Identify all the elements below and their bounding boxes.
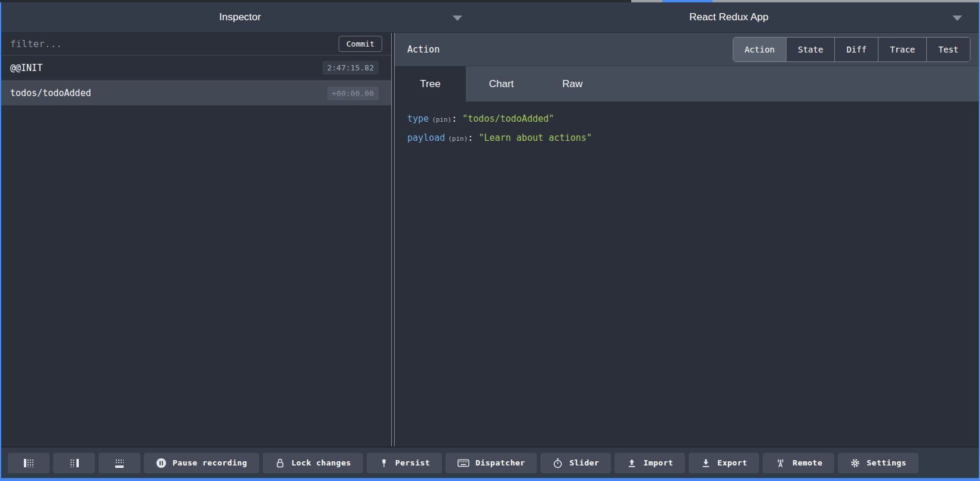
button-label: Settings — [867, 458, 907, 467]
tab-trace[interactable]: Trace — [878, 38, 926, 61]
download-icon — [701, 458, 711, 468]
tree-value: "todos/todoAdded" — [462, 113, 554, 124]
settings-button[interactable]: Settings — [838, 453, 918, 473]
action-list-item-todo-added[interactable]: todos/todoAdded +00:00.00 — [1, 81, 391, 106]
dock-left-icon — [23, 457, 35, 469]
detail-header-bar: Action Action State Diff Trace Test — [395, 33, 979, 66]
pause-icon — [156, 458, 167, 468]
gear-icon — [850, 458, 861, 468]
tab-chart[interactable]: Chart — [466, 66, 537, 101]
lock-icon — [275, 458, 285, 468]
tab-tree[interactable]: Tree — [395, 66, 466, 101]
tree-colon: : — [468, 132, 473, 143]
button-label: Dispatcher — [475, 458, 525, 467]
dock-right-icon — [68, 457, 80, 469]
filter-row: Commit — [1, 33, 391, 56]
chevron-down-icon — [953, 16, 962, 21]
import-button[interactable]: Import — [615, 453, 685, 473]
content-tab-strip: Tree Chart Raw — [395, 66, 979, 101]
action-name: @@INIT — [10, 63, 322, 73]
tree-value: "Learn about actions" — [478, 132, 592, 143]
redux-devtools-window: Inspector React Redux App Commit @@INIT … — [0, 0, 980, 481]
stopwatch-icon — [552, 458, 563, 468]
action-detail-panel: Action Action State Diff Trace Test Tree… — [395, 33, 979, 446]
button-label: Pause recording — [173, 458, 247, 467]
main-area: Commit @@INIT 2:47:15.82 todos/todoAdded… — [1, 33, 979, 446]
lock-changes-button[interactable]: Lock changes — [263, 453, 363, 473]
action-time-badge: +00:00.00 — [327, 87, 379, 100]
button-label: Lock changes — [291, 458, 351, 467]
tab-raw[interactable]: Raw — [537, 66, 608, 101]
tab-state[interactable]: State — [786, 38, 834, 61]
dock-bottom-button[interactable] — [99, 453, 140, 473]
upload-icon — [626, 458, 637, 468]
monitor-title: Inspector — [219, 11, 261, 23]
dock-bottom-icon — [113, 457, 125, 469]
tree-colon: : — [451, 113, 457, 124]
button-label: Import — [643, 458, 673, 467]
tab-action[interactable]: Action — [733, 38, 787, 61]
action-list-panel: Commit @@INIT 2:47:15.82 todos/todoAdded… — [1, 33, 391, 446]
pin-button[interactable]: (pin) — [432, 116, 451, 124]
pin-icon — [379, 458, 389, 468]
button-label: Slider — [569, 458, 599, 467]
antenna-icon — [775, 458, 787, 468]
bottom-toolbar: Pause recording Lock changes Persist — [1, 446, 979, 478]
tree-row-payload: payload(pin):"Learn about actions" — [407, 129, 979, 148]
commit-button[interactable]: Commit — [339, 36, 382, 52]
tree-row-type: type(pin):"todos/todoAdded" — [407, 110, 979, 129]
remote-button[interactable]: Remote — [763, 453, 834, 473]
pause-recording-button[interactable]: Pause recording — [144, 453, 259, 473]
persist-button[interactable]: Persist — [367, 453, 442, 473]
action-name: todos/todoAdded — [10, 88, 327, 98]
chevron-down-icon — [453, 16, 462, 21]
export-button[interactable]: Export — [689, 453, 759, 473]
action-list-item-init[interactable]: @@INIT 2:47:15.82 — [1, 56, 391, 81]
slider-button[interactable]: Slider — [540, 453, 611, 473]
pin-button[interactable]: (pin) — [448, 135, 468, 143]
instance-select-dropdown[interactable]: React Redux App — [479, 2, 979, 32]
devtools-frame: Inspector React Redux App Commit @@INIT … — [0, 2, 980, 481]
monitor-select-dropdown[interactable]: Inspector — [1, 2, 479, 32]
button-label: Export — [717, 458, 747, 467]
dock-right-button[interactable] — [53, 453, 95, 473]
button-label: Remote — [792, 458, 822, 467]
tab-test[interactable]: Test — [926, 38, 970, 61]
filter-input[interactable] — [10, 38, 339, 50]
tab-diff[interactable]: Diff — [834, 38, 878, 61]
action-time-badge: 2:47:15.82 — [322, 61, 379, 75]
tree-key: payload — [407, 132, 445, 143]
tree-key: type — [407, 113, 429, 124]
json-tree-view: type(pin):"todos/todoAdded" payload(pin)… — [395, 101, 979, 446]
dock-left-button[interactable] — [8, 453, 50, 473]
action-list-empty-space — [1, 106, 391, 446]
button-label: Persist — [395, 458, 430, 467]
instance-title: React Redux App — [689, 11, 768, 23]
dispatcher-button[interactable]: Dispatcher — [446, 453, 537, 473]
keyboard-icon — [457, 458, 469, 468]
view-tab-group: Action State Diff Trace Test — [733, 37, 970, 62]
detail-section-label: Action — [407, 44, 440, 55]
header-bar: Inspector React Redux App — [1, 2, 979, 33]
